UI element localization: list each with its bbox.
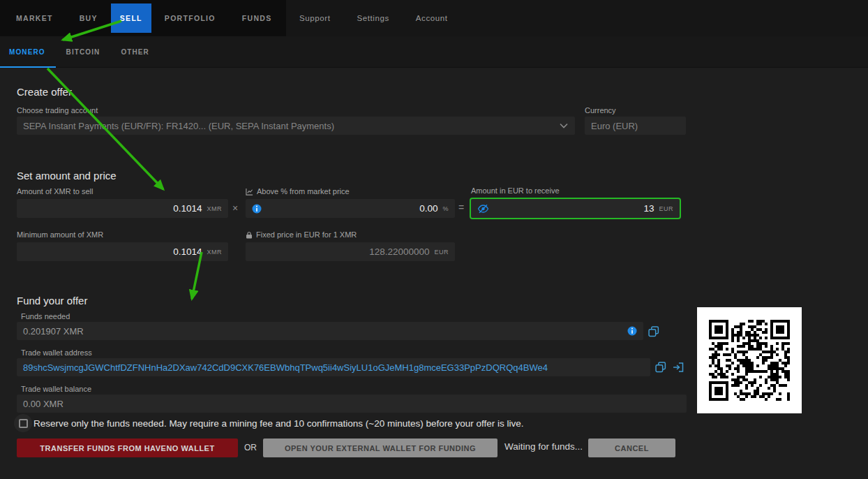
open-wallet-icon[interactable] [673, 362, 684, 375]
fund-offer-title: Fund your offer [17, 295, 87, 307]
receive-input[interactable]: 13 EUR [470, 198, 681, 219]
currency-field[interactable]: Euro (EUR) [585, 117, 686, 135]
info-icon[interactable] [252, 204, 262, 214]
currency-value: Euro (EUR) [591, 121, 638, 131]
trading-account-value: SEPA Instant Payments (EUR/FR): FR1420..… [23, 121, 560, 131]
funds-needed-field[interactable]: 0.201907 XMR [17, 322, 643, 340]
top-navigation: MARKET BUY SELL PORTFOLIO FUNDS Support … [0, 0, 868, 36]
cancel-button[interactable]: CANCEL [588, 439, 675, 457]
nav-item-support[interactable]: Support [286, 0, 343, 36]
checkbox-box [19, 419, 28, 428]
min-amount-input[interactable]: 0.1014 XMR [17, 242, 228, 261]
receive-label: Amount in EUR to receive [471, 186, 560, 195]
nav-item-buy[interactable]: BUY [66, 0, 111, 36]
reserve-checkbox-label: Reserve only the funds needed. May requi… [33, 418, 524, 429]
trading-account-label: Choose trading account [17, 106, 98, 115]
fixed-price-input[interactable]: 128.22000000 EUR [246, 242, 455, 261]
wallet-address-label: Trade wallet address [21, 348, 92, 357]
wallet-address-value: 89shcSwsjmcgJGWChtfDZFNHnHa2DXaw742CdD9C… [23, 362, 644, 373]
transfer-funds-button[interactable]: TRANSFER FUNDS FROM HAVENO WALLET [17, 439, 238, 457]
nav-item-funds[interactable]: FUNDS [229, 0, 285, 36]
top-navigation-main: MARKET BUY SELL PORTFOLIO FUNDS [0, 0, 286, 36]
equals-sign: = [458, 202, 464, 213]
or-label: OR [244, 443, 257, 452]
multiply-sign: × [232, 202, 238, 214]
create-offer-title: Create offer [17, 86, 72, 98]
market-margin-label-text: Above % from market price [257, 187, 350, 196]
wallet-balance-value: 0.00 XMR [23, 399, 680, 409]
nav-item-account[interactable]: Account [403, 0, 461, 36]
min-amount-label: Minimum amount of XMR [17, 230, 103, 239]
qr-code [697, 307, 802, 413]
wallet-address-field[interactable]: 89shcSwsjmcgJGWChtfDZFNHnHa2DXaw742CdD9C… [17, 358, 650, 376]
fixed-price-label: Fixed price in EUR for 1 XMR [246, 230, 357, 239]
trading-account-select[interactable]: SEPA Instant Payments (EUR/FR): FR1420..… [17, 117, 575, 135]
external-wallet-button[interactable]: OPEN YOUR EXTERNAL WALLET FOR FUNDING [263, 439, 497, 457]
fixed-price-label-text: Fixed price in EUR for 1 XMR [256, 230, 357, 239]
nav-item-portfolio[interactable]: PORTFOLIO [151, 0, 229, 36]
market-margin-value: 0.00 [262, 203, 437, 214]
eye-off-icon[interactable] [477, 204, 489, 214]
chevron-down-icon [560, 123, 568, 128]
market-margin-label: Above % from market price [246, 187, 350, 196]
tab-other[interactable]: OTHER [110, 36, 160, 67]
amount-value: 0.1014 [23, 203, 202, 214]
market-margin-unit: % [442, 205, 449, 212]
fixed-price-unit: EUR [434, 249, 449, 256]
amount-unit: XMR [207, 205, 223, 212]
tab-bitcoin[interactable]: BITCOIN [56, 36, 111, 67]
copy-funds-needed-icon[interactable] [648, 326, 659, 340]
sub-navigation: MONERO BITCOIN OTHER [0, 36, 868, 68]
funds-needed-value: 0.201907 XMR [23, 326, 627, 337]
wallet-balance-field[interactable]: 0.00 XMR [17, 395, 687, 413]
nav-item-settings[interactable]: Settings [343, 0, 402, 36]
min-amount-unit: XMR [207, 249, 223, 256]
lock-icon [246, 231, 253, 239]
info-icon[interactable] [627, 326, 637, 336]
currency-label: Currency [585, 106, 616, 115]
fixed-price-value: 128.22000000 [252, 246, 429, 257]
top-navigation-secondary: Support Settings Account [286, 0, 461, 36]
amount-price-title: Set amount and price [17, 170, 117, 182]
amount-input[interactable]: 0.1014 XMR [17, 199, 228, 218]
min-amount-value: 0.1014 [23, 246, 202, 257]
chart-icon [246, 188, 253, 196]
amount-label: Amount of XMR to sell [17, 187, 93, 196]
nav-item-sell[interactable]: SELL [111, 3, 151, 33]
receive-value: 13 [489, 203, 654, 214]
funds-needed-label: Funds needed [21, 312, 70, 320]
qr-code-canvas [697, 307, 802, 413]
tab-monero[interactable]: MONERO [0, 36, 56, 67]
copy-address-icon[interactable] [655, 362, 666, 376]
reserve-checkbox[interactable] [14, 414, 32, 432]
nav-item-market[interactable]: MARKET [3, 0, 66, 36]
wallet-balance-label: Trade wallet balance [21, 385, 91, 393]
receive-unit: EUR [659, 205, 673, 212]
market-margin-input[interactable]: 0.00 % [246, 199, 455, 218]
funding-status-text: Waiting for funds... [504, 441, 583, 452]
